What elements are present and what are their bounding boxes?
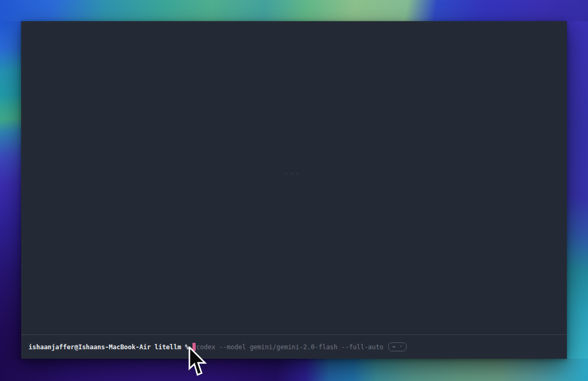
terminal-output: ... <box>21 21 567 334</box>
command-prompt[interactable]: ishaanjaffer@Ishaans-MacBook-Air litellm… <box>21 335 567 359</box>
wallpaper-bottom <box>0 359 588 381</box>
wallpaper-right <box>567 21 588 359</box>
loading-dots: ... <box>284 168 301 176</box>
prompt-symbol: % <box>185 343 189 351</box>
prompt-user-host: ishaanjaffer@Ishaans-MacBook-Air <box>29 343 151 351</box>
autosuggestion-text: codex --model gemini/gemini-2.0-flash --… <box>196 343 383 351</box>
text-cursor <box>192 343 196 351</box>
wallpaper-top <box>0 0 588 21</box>
terminal-window[interactable]: ... ishaanjaffer@Ishaans-MacBook-Air lit… <box>21 21 567 359</box>
accept-suggestion-hint-badge: → · <box>388 342 407 351</box>
prompt-directory: litellm <box>154 343 181 351</box>
wallpaper-left <box>0 21 21 359</box>
